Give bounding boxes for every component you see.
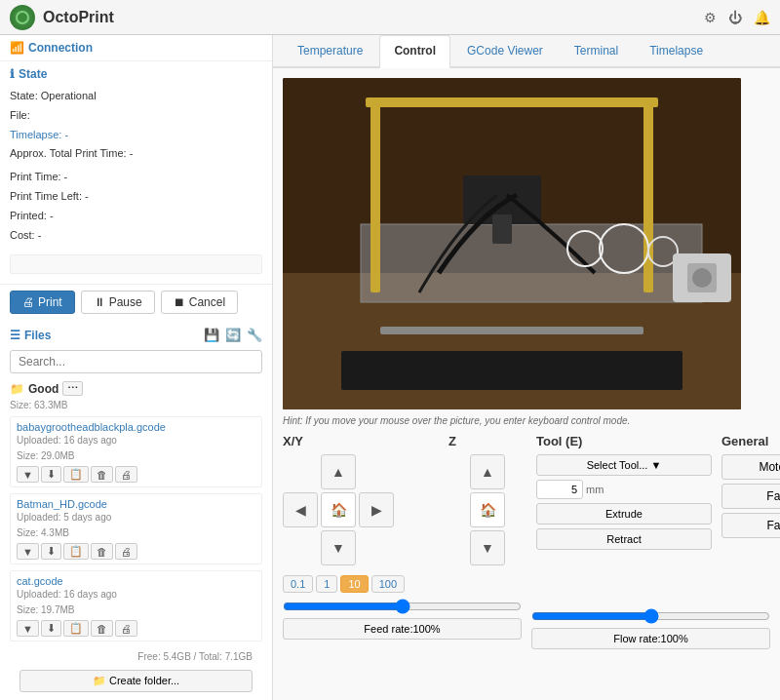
- logo: [10, 5, 35, 30]
- feed-rate-slider[interactable]: [283, 599, 522, 614]
- flow-rate-button[interactable]: Flow rate:100%: [531, 628, 770, 649]
- file3-print-btn[interactable]: 🖨: [115, 620, 137, 637]
- file-item-1: babaygrootheadblackpla.gcode Uploaded: 1…: [10, 416, 262, 487]
- tool-value-input[interactable]: [536, 480, 583, 499]
- gear-icon[interactable]: ⚙: [704, 10, 717, 25]
- file2-delete-btn[interactable]: 🗑: [91, 543, 113, 560]
- pause-icon: ⏸: [94, 295, 105, 309]
- files-title[interactable]: ☰ Files: [10, 329, 51, 342]
- feed-controls: 0.1 1 10 100 Feed rate:100%: [283, 575, 522, 649]
- folder-action[interactable]: ⋯: [62, 381, 83, 396]
- file2-copy-btn[interactable]: 📋: [63, 543, 89, 560]
- search-input[interactable]: [10, 350, 262, 373]
- file2-load-btn[interactable]: ▼: [17, 543, 39, 560]
- z-home-button[interactable]: 🏠: [470, 492, 505, 527]
- y-plus-button[interactable]: ▲: [321, 454, 356, 489]
- state-title[interactable]: ℹ State: [10, 67, 262, 81]
- folder-icon: 📁: [10, 382, 24, 396]
- file1-meta: Uploaded: 16 days ago Size: 29.0MB: [17, 433, 255, 464]
- svg-rect-14: [341, 351, 682, 390]
- file2-name[interactable]: Batman_HD.gcode: [17, 498, 255, 510]
- cost-label: Cost: -: [10, 226, 262, 246]
- print-button[interactable]: 🖨 Print: [10, 291, 75, 314]
- general-controls: Motors off Fan on Fan off: [722, 454, 780, 538]
- feed-rate-button[interactable]: Feed rate:100%: [283, 618, 522, 640]
- pause-button[interactable]: ⏸ Pause: [81, 291, 155, 314]
- file2-meta: Uploaded: 5 days ago Size: 4.3MB: [17, 510, 255, 541]
- tab-timelapse[interactable]: Timelapse: [635, 35, 718, 66]
- tool-section-title: Tool (E): [536, 434, 712, 448]
- xy-home-button[interactable]: 🏠: [321, 492, 356, 527]
- files-section: ☰ Files 💾 🔄 🔧 📁 Good ⋯ Size: 63.3MB baba: [0, 320, 272, 700]
- tab-gcode-viewer[interactable]: GCode Viewer: [452, 35, 558, 66]
- file2-download-btn[interactable]: ⬇: [41, 543, 61, 560]
- file3-copy-btn[interactable]: 📋: [63, 620, 89, 637]
- file1-download-btn[interactable]: ⬇: [41, 466, 61, 483]
- file3-load-btn[interactable]: ▼: [17, 620, 39, 637]
- file3-meta: Uploaded: 16 days ago Size: 19.7MB: [17, 587, 255, 618]
- bell-icon[interactable]: 🔔: [754, 10, 770, 25]
- speed-btn-10[interactable]: 10: [340, 575, 368, 593]
- state-info: State: Operational File: Timelapse: - Ap…: [10, 81, 262, 251]
- header: OctoPrint ⚙ ⏻ 🔔: [0, 0, 780, 35]
- timelapse-label: Timelapse: -: [10, 126, 262, 145]
- webcam-image: [283, 78, 741, 409]
- file1-copy-btn[interactable]: 📋: [63, 466, 89, 483]
- retract-button[interactable]: Retract: [536, 528, 712, 550]
- file1-load-btn[interactable]: ▼: [17, 466, 39, 483]
- create-folder-button[interactable]: 📁 Create folder...: [20, 670, 253, 692]
- wrench-icon[interactable]: 🔧: [247, 328, 262, 342]
- fan-off-button[interactable]: Fan off: [722, 513, 780, 538]
- file3-buttons: ▼ ⬇ 📋 🗑 🖨: [17, 620, 255, 637]
- sd-card-icon[interactable]: 💾: [204, 328, 219, 342]
- info-icon: ℹ: [10, 67, 15, 81]
- logo-inner: [16, 11, 29, 24]
- file1-print-btn[interactable]: 🖨: [115, 466, 137, 483]
- folder-plus-icon: 📁: [93, 675, 106, 686]
- select-tool-button[interactable]: Select Tool... ▼: [536, 454, 712, 476]
- cancel-button[interactable]: ⏹ Cancel: [161, 291, 238, 314]
- power-icon[interactable]: ⏻: [728, 10, 742, 25]
- y-minus-button[interactable]: ▼: [321, 530, 356, 565]
- file1-delete-btn[interactable]: 🗑: [91, 466, 113, 483]
- tool-controls: Select Tool... ▼ mm Extrude Retract: [536, 454, 712, 550]
- z-minus-button[interactable]: ▼: [470, 530, 505, 565]
- file2-print-btn[interactable]: 🖨: [115, 543, 137, 560]
- file-item-3: cat.gcode Uploaded: 16 days ago Size: 19…: [10, 570, 262, 642]
- svg-rect-15: [380, 327, 644, 334]
- print-icon: 🖨: [22, 295, 34, 309]
- state-section: ℹ State State: Operational File: Timelap…: [0, 61, 272, 285]
- approx-label: Approx. Total Print Time: -: [10, 144, 262, 164]
- file3-download-btn[interactable]: ⬇: [41, 620, 61, 637]
- flow-controls: Flow rate:100%: [531, 575, 770, 649]
- z-controls: ▲ 🏠 ▼: [448, 454, 526, 565]
- app-title: OctoPrint: [43, 9, 696, 26]
- tab-control[interactable]: Control: [379, 35, 450, 68]
- motors-off-button[interactable]: Motors off: [722, 454, 780, 480]
- files-actions: 💾 🔄 🔧: [204, 328, 262, 342]
- mm-label: mm: [586, 484, 604, 495]
- speed-btn-1[interactable]: 1: [316, 575, 337, 593]
- file3-delete-btn[interactable]: 🗑: [91, 620, 113, 637]
- flow-rate-slider[interactable]: [531, 608, 770, 624]
- speed-btn-100[interactable]: 100: [371, 575, 405, 593]
- speed-btn-0.1[interactable]: 0.1: [283, 575, 313, 593]
- files-header: ☰ Files 💾 🔄 🔧: [10, 328, 262, 342]
- general-section-title: General: [722, 434, 780, 448]
- refresh-icon[interactable]: 🔄: [225, 328, 241, 342]
- xy-section-title: X/Y: [283, 434, 439, 448]
- x-minus-button[interactable]: ◀: [283, 492, 318, 527]
- file3-name[interactable]: cat.gcode: [17, 575, 255, 587]
- extrude-button[interactable]: Extrude: [536, 503, 712, 525]
- tab-terminal[interactable]: Terminal: [560, 35, 633, 66]
- connection-title[interactable]: 📶 Connection: [10, 41, 262, 55]
- sidebar: 📶 Connection ℹ State State: Operational …: [0, 35, 273, 700]
- file1-name[interactable]: babaygrootheadblackpla.gcode: [17, 421, 255, 433]
- x-plus-button[interactable]: ▶: [359, 492, 394, 527]
- list-icon: ☰: [10, 329, 20, 342]
- tab-temperature[interactable]: Temperature: [283, 35, 377, 66]
- folder-item-good: 📁 Good ⋯: [10, 381, 262, 396]
- fan-on-button[interactable]: Fan on: [722, 484, 780, 509]
- file-item-2: Batman_HD.gcode Uploaded: 5 days ago Siz…: [10, 493, 262, 564]
- z-plus-button[interactable]: ▲: [470, 454, 505, 489]
